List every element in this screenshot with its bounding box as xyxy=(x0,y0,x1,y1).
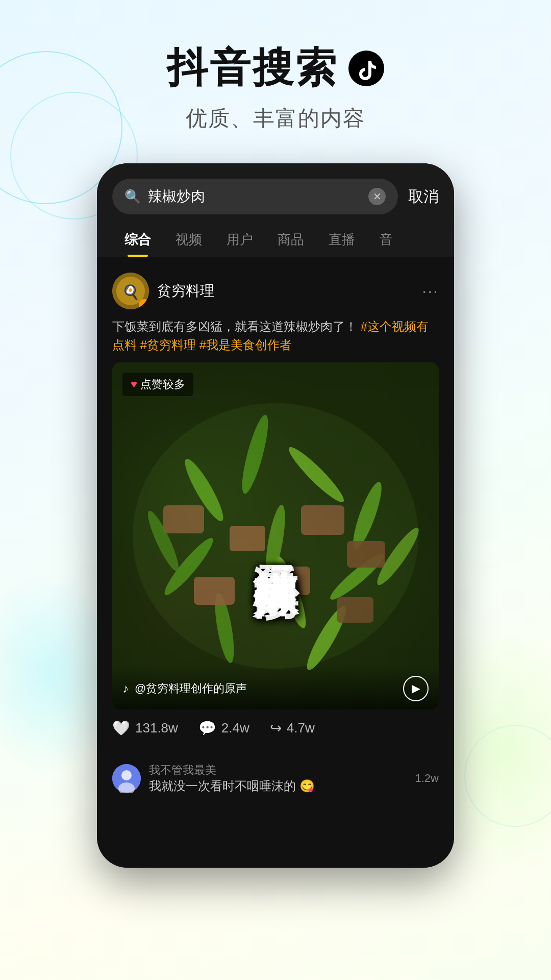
search-bar-area: 🔍 辣椒炒肉 ✕ 取消 xyxy=(97,163,454,214)
like-stat[interactable]: 🤍 131.8w xyxy=(112,720,178,737)
tab-用户[interactable]: 用户 xyxy=(214,225,265,257)
comment-icon: 💬 xyxy=(198,720,216,737)
phone-screen: 🔍 辣椒炒肉 ✕ 取消 综合 视频 用户 xyxy=(97,163,454,868)
cancel-button[interactable]: 取消 xyxy=(408,186,439,207)
search-tabs: 综合 视频 用户 商品 直播 音 xyxy=(97,214,454,257)
svg-point-25 xyxy=(121,770,132,780)
commenter-avatar xyxy=(112,764,141,793)
video-bottom-bar: ♪ @贫穷料理创作的原声 ▶ xyxy=(112,666,439,709)
title-text: 抖音搜索 xyxy=(167,41,338,96)
app-subtitle: 优质、丰富的内容 xyxy=(0,104,551,133)
post-header: 🍳 ✓ 贫穷料理 ··· xyxy=(112,273,439,309)
phone-mockup: 🔍 辣椒炒肉 ✕ 取消 综合 视频 用户 xyxy=(0,163,551,868)
comment-content: 我不管我最美 我就没一次看时不咽唾沫的 😋 xyxy=(149,763,407,794)
video-audio-info[interactable]: ♪ @贫穷料理创作的原声 xyxy=(122,681,247,696)
tab-视频[interactable]: 视频 xyxy=(163,225,214,257)
video-title-text: 勇猛辣椒炒肉 xyxy=(242,520,309,552)
tab-音[interactable]: 音 xyxy=(367,225,405,257)
play-button[interactable]: ▶ xyxy=(403,676,429,701)
clear-icon: ✕ xyxy=(373,190,382,203)
phone-body: 🔍 辣椒炒肉 ✕ 取消 综合 视频 用户 xyxy=(97,163,454,868)
tiktok-small-icon: ♪ xyxy=(122,681,129,696)
search-content: 🍳 ✓ 贫穷料理 ··· 下饭菜到底有多凶猛，就看这道辣椒炒肉了！ #这个视频有… xyxy=(97,257,454,815)
comment-likes: 1.2w xyxy=(415,772,439,785)
share-icon: ↪ xyxy=(270,720,282,737)
avatar: 🍳 ✓ xyxy=(112,273,149,309)
comment-preview: 我不管我最美 我就没一次看时不咽唾沫的 😋 1.2w xyxy=(112,747,439,799)
search-clear-button[interactable]: ✕ xyxy=(368,188,386,205)
app-title: 抖音搜索 xyxy=(0,41,551,96)
more-options-button[interactable]: ··· xyxy=(422,282,439,301)
play-icon: ▶ xyxy=(412,682,420,695)
username: 贫穷料理 xyxy=(157,281,214,301)
search-query: 辣椒炒肉 xyxy=(148,187,361,206)
post-description: 下饭菜到底有多凶猛，就看这道辣椒炒肉了！ #这个视频有点料 #贫穷料理 #我是美… xyxy=(112,317,439,354)
comment-item: 我不管我最美 我就没一次看时不咽唾沫的 😋 1.2w xyxy=(112,757,439,799)
app-header: 抖音搜索 优质、丰富的内容 xyxy=(0,0,551,153)
comment-stat[interactable]: 💬 2.4w xyxy=(198,720,249,737)
comment-text: 我就没一次看时不咽唾沫的 😋 xyxy=(149,778,407,794)
like-icon: 🤍 xyxy=(112,720,130,737)
search-input-wrap[interactable]: 🔍 辣椒炒肉 ✕ xyxy=(112,179,398,214)
video-thumbnail[interactable]: ♥ 点赞较多 勇猛辣椒炒肉 ♪ @贫穷料理创作的原声 xyxy=(112,362,439,709)
comment-author: 我不管我最美 xyxy=(149,763,407,778)
tab-商品[interactable]: 商品 xyxy=(265,225,316,257)
share-stat[interactable]: ↪ 4.7w xyxy=(270,720,315,737)
tab-综合[interactable]: 综合 xyxy=(112,225,163,257)
svg-text:🍳: 🍳 xyxy=(122,284,140,301)
stats-bar: 🤍 131.8w 💬 2.4w ↪ 4.7w xyxy=(112,709,439,747)
tab-直播[interactable]: 直播 xyxy=(316,225,367,257)
hashtag-3[interactable]: #我是美食创作者 xyxy=(199,338,292,352)
tiktok-logo-icon xyxy=(348,51,384,86)
hashtag-2[interactable]: #贫穷料理 xyxy=(140,338,196,352)
post-user[interactable]: 🍳 ✓ 贫穷料理 xyxy=(112,273,214,309)
video-title-overlay: 勇猛辣椒炒肉 xyxy=(112,362,439,709)
search-icon: 🔍 xyxy=(124,189,141,205)
verified-badge: ✓ xyxy=(139,299,149,309)
